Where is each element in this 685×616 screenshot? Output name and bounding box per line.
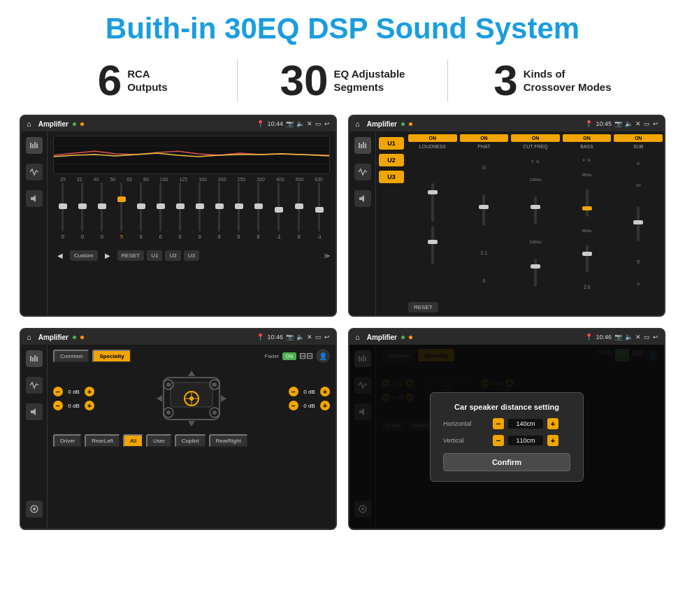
- modal-vertical-plus[interactable]: +: [547, 435, 558, 446]
- eq-sidebar-wave[interactable]: [26, 164, 43, 180]
- confirm-button[interactable]: Confirm: [443, 453, 570, 471]
- status-dot-tr-2: [409, 122, 412, 126]
- xover-channels-row: ON LOUDNESS ON PHAT G: [408, 134, 663, 296]
- footer-user-btn[interactable]: User: [146, 434, 172, 447]
- footer-rearleft-btn[interactable]: RearLeft: [85, 434, 120, 447]
- rl-minus-btn[interactable]: −: [53, 401, 63, 410]
- bass-on-btn[interactable]: ON: [563, 134, 612, 142]
- dialog-content: Common Specialty Fader ON ⊟⊟ 👤 − 0 dB +: [349, 345, 664, 529]
- eq-slider-6[interactable]: 0: [179, 182, 182, 245]
- fl-plus-btn[interactable]: +: [85, 387, 94, 396]
- fader-status-bar: ⌂ Amplifier 📍 10:46 📷 🔈 ✕ ▭ ↩: [21, 329, 336, 345]
- modal-overlay: Car speaker distance setting Horizontal …: [349, 345, 664, 529]
- eq-u1-button[interactable]: U1: [147, 250, 162, 261]
- svg-rect-12: [365, 143, 366, 148]
- eq-slider-0[interactable]: 0: [62, 182, 64, 245]
- loudness-slider[interactable]: [431, 183, 434, 222]
- camera-icon: 📷: [286, 120, 294, 127]
- svg-point-36: [212, 410, 217, 415]
- cutfreq-slider-g[interactable]: [534, 259, 537, 287]
- eq-sliders-group: 0 0 0 5 0 0 0 0 0 0 0 -1 0 -1: [53, 184, 330, 247]
- fl-minus-btn[interactable]: −: [53, 387, 63, 396]
- xover-time: 10:45: [596, 120, 612, 127]
- rr-minus-btn[interactable]: −: [289, 401, 298, 410]
- fr-minus-btn[interactable]: −: [289, 387, 298, 396]
- eq-reset-button[interactable]: RESET: [117, 250, 145, 261]
- eq-slider-12[interactable]: 0: [298, 182, 301, 245]
- eq-prev-button[interactable]: ◀: [53, 250, 67, 262]
- fr-plus-btn[interactable]: +: [320, 387, 330, 396]
- loudness-slider-2[interactable]: [431, 226, 434, 264]
- fader-sidebar-wave[interactable]: [26, 377, 43, 394]
- footer-driver-btn[interactable]: Driver: [53, 434, 82, 447]
- eq-expand-icon: ≫: [324, 252, 330, 259]
- svg-rect-15: [30, 356, 31, 361]
- status-dot-bl-2: [80, 336, 84, 339]
- footer-all-btn[interactable]: All: [123, 434, 143, 447]
- modal-horizontal-plus[interactable]: +: [547, 418, 558, 429]
- speaker-rl-control: − 0 dB +: [53, 401, 94, 410]
- eq-slider-4[interactable]: 0: [140, 182, 143, 245]
- rl-plus-btn[interactable]: +: [85, 401, 94, 410]
- modal-horizontal-minus[interactable]: −: [493, 418, 504, 429]
- preset-u3[interactable]: U3: [379, 171, 404, 183]
- xover-sidebar-speaker[interactable]: [354, 190, 371, 207]
- fader-sidebar-eq[interactable]: [26, 350, 43, 367]
- fader-on-btn[interactable]: ON: [282, 352, 297, 360]
- bass-g-val: 2.0: [584, 285, 591, 289]
- eq-slider-10[interactable]: 0: [257, 182, 260, 245]
- eq-sidebar-equalizer[interactable]: [26, 137, 43, 154]
- eq-slider-9[interactable]: 0: [238, 182, 240, 245]
- eq-slider-2[interactable]: 0: [101, 182, 103, 245]
- back-icon: ↩: [324, 120, 330, 127]
- tab-specialty[interactable]: Specialty: [92, 350, 131, 363]
- loudness-on-btn[interactable]: ON: [408, 134, 457, 142]
- svg-point-22: [33, 508, 36, 510]
- cutfreq-slider-f[interactable]: [534, 196, 537, 224]
- bass-slider-g[interactable]: [586, 245, 589, 273]
- eq-slider-7[interactable]: 0: [199, 182, 201, 245]
- eq-next-button[interactable]: ▶: [101, 250, 115, 262]
- svg-point-34: [166, 410, 171, 415]
- phat-on-btn[interactable]: ON: [460, 134, 509, 142]
- tab-common[interactable]: Common: [53, 350, 89, 363]
- dialog-app-name: Amplifier: [367, 334, 397, 341]
- eq-slider-5[interactable]: 0: [159, 182, 162, 245]
- speaker-rr-control: − 0 dB +: [289, 401, 330, 410]
- eq-sidebar-speaker[interactable]: [26, 190, 43, 207]
- xover-reset-button[interactable]: RESET: [408, 302, 438, 313]
- modal-horizontal-row: Horizontal − 140cm +: [443, 418, 570, 429]
- eq-slider-1[interactable]: 0: [81, 182, 84, 245]
- eq-slider-3[interactable]: 5: [120, 182, 123, 245]
- footer-copilot-btn[interactable]: Copilot: [175, 434, 206, 447]
- xover-sidebar-eq[interactable]: [354, 137, 371, 154]
- eq-u2-button[interactable]: U2: [165, 250, 180, 261]
- xover-sidebar-wave[interactable]: [354, 164, 371, 180]
- preset-u2[interactable]: U2: [379, 154, 404, 166]
- vol-icon-bl: 🔈: [296, 334, 304, 341]
- sub-on-btn[interactable]: ON: [614, 134, 663, 142]
- rr-plus-btn[interactable]: +: [320, 401, 330, 410]
- modal-vertical-minus[interactable]: −: [493, 435, 504, 446]
- phat-slider[interactable]: [482, 194, 485, 226]
- svg-rect-11: [363, 142, 364, 148]
- svg-rect-4: [31, 197, 33, 200]
- channel-bass: ON BASS FG 90Hz 80Hz 2.0: [563, 134, 612, 296]
- camera-icon-tr: 📷: [614, 120, 622, 127]
- fader-sidebar-speaker[interactable]: [26, 403, 43, 420]
- fader-sidebar-crossover[interactable]: [26, 501, 43, 517]
- svg-marker-20: [33, 408, 36, 415]
- rl-db-value: 0 dB: [65, 403, 82, 409]
- eq-slider-8[interactable]: 0: [218, 182, 221, 245]
- svg-marker-40: [221, 395, 226, 402]
- eq-u3-button[interactable]: U3: [184, 250, 199, 261]
- footer-rearright-btn[interactable]: RearRight: [209, 434, 248, 447]
- eq-slider-11[interactable]: -1: [277, 182, 281, 245]
- eq-preset-custom[interactable]: Custom: [70, 250, 98, 261]
- preset-u1[interactable]: U1: [379, 137, 404, 150]
- eq-slider-13[interactable]: -1: [317, 182, 322, 245]
- bass-slider-f[interactable]: [586, 189, 589, 217]
- sub-slider[interactable]: [637, 206, 640, 241]
- home-icon-bl: ⌂: [27, 333, 31, 341]
- cutfreq-on-btn[interactable]: ON: [511, 134, 560, 142]
